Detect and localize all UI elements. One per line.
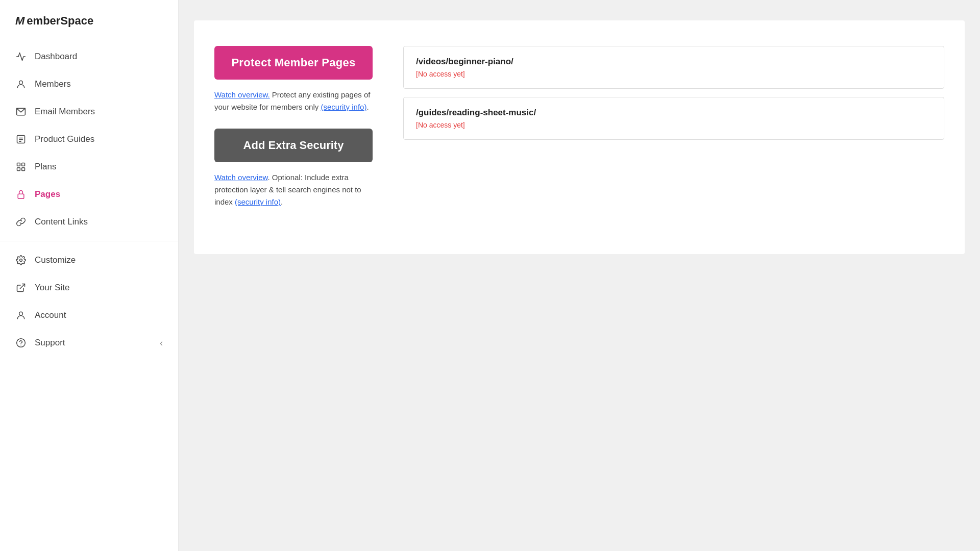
sidebar: MemberSpace Dashboard Members Email Memb… <box>0 0 179 551</box>
security-security-info-link[interactable]: (security info) <box>235 197 281 206</box>
sidebar-item-email-members[interactable]: Email Members <box>0 98 178 126</box>
chart-icon <box>15 51 27 62</box>
gear-icon <box>15 255 27 266</box>
sidebar-item-your-site[interactable]: Your Site <box>0 274 178 302</box>
sidebar-item-content-links[interactable]: Content Links <box>0 208 178 236</box>
sidebar-item-label: Support <box>35 338 65 348</box>
content-panel: Protect Member Pages Watch overview. Pro… <box>194 20 965 254</box>
svg-point-13 <box>19 312 23 315</box>
svg-rect-2 <box>17 136 25 143</box>
sidebar-item-label: Email Members <box>35 107 95 117</box>
sidebar-item-label: Members <box>35 79 71 89</box>
account-icon <box>15 310 27 321</box>
external-icon <box>15 282 27 293</box>
left-panel: Protect Member Pages Watch overview. Pro… <box>214 46 373 223</box>
logo-m: M <box>15 14 24 28</box>
protect-desc-end: . <box>366 103 369 111</box>
support-icon <box>15 337 27 348</box>
page-path-1: /guides/reading-sheet-music/ <box>416 108 932 118</box>
svg-point-11 <box>20 259 22 262</box>
svg-line-12 <box>20 284 24 289</box>
right-panel: /videos/beginner-piano/ [No access yet] … <box>403 46 944 148</box>
page-item-1: /guides/reading-sheet-music/ [No access … <box>403 97 944 140</box>
sidebar-item-members[interactable]: Members <box>0 70 178 98</box>
sidebar-item-plans[interactable]: Plans <box>0 153 178 181</box>
protect-member-pages-button[interactable]: Protect Member Pages <box>214 46 373 80</box>
nav-items: Dashboard Members Email Members Product … <box>0 38 178 541</box>
logo: MemberSpace <box>15 14 163 28</box>
logo-text: emberSpace <box>27 14 93 28</box>
protect-security-info-link[interactable]: (security info) <box>321 103 366 111</box>
protect-watch-overview-link[interactable]: Watch overview. <box>214 90 270 99</box>
page-item-0: /videos/beginner-piano/ [No access yet] <box>403 46 944 89</box>
guides-icon <box>15 134 27 145</box>
sidebar-item-pages[interactable]: Pages <box>0 181 178 208</box>
sidebar-item-label: Customize <box>35 255 76 265</box>
sidebar-item-label: Your Site <box>35 283 69 293</box>
sidebar-item-support[interactable]: Support ‹ <box>0 329 178 357</box>
svg-rect-9 <box>22 168 25 171</box>
plans-icon <box>15 161 27 172</box>
page-path-0: /videos/beginner-piano/ <box>416 57 932 67</box>
svg-point-0 <box>19 81 23 84</box>
svg-rect-7 <box>22 163 25 166</box>
svg-rect-10 <box>18 194 24 198</box>
link-icon <box>15 216 27 228</box>
sidebar-item-label: Pages <box>35 189 60 199</box>
nav-divider <box>0 241 178 241</box>
sidebar-item-product-guides[interactable]: Product Guides <box>0 126 178 153</box>
lock-icon <box>15 189 27 200</box>
security-desc-end: . <box>281 197 283 206</box>
sidebar-item-label: Product Guides <box>35 134 94 144</box>
sidebar-item-customize[interactable]: Customize <box>0 246 178 274</box>
protect-description: Watch overview. Protect any existing pag… <box>214 89 373 113</box>
svg-rect-8 <box>17 168 20 171</box>
logo-area: MemberSpace <box>0 0 178 38</box>
page-status-0: [No access yet] <box>416 70 932 78</box>
security-watch-overview-link[interactable]: Watch overview <box>214 173 267 182</box>
sidebar-item-label: Content Links <box>35 217 88 227</box>
sidebar-item-label: Plans <box>35 162 57 172</box>
members-icon <box>15 79 27 90</box>
main-content: Protect Member Pages Watch overview. Pro… <box>179 0 980 551</box>
page-status-1: [No access yet] <box>416 121 932 129</box>
svg-point-14 <box>17 339 26 347</box>
sidebar-item-account[interactable]: Account <box>0 302 178 329</box>
svg-rect-6 <box>17 163 20 166</box>
sidebar-item-dashboard[interactable]: Dashboard <box>0 43 178 70</box>
sidebar-item-label: Dashboard <box>35 52 77 62</box>
add-extra-security-button[interactable]: Add Extra Security <box>214 129 373 162</box>
sidebar-item-label: Account <box>35 310 66 320</box>
collapse-icon[interactable]: ‹ <box>160 338 163 348</box>
security-description: Watch overview. Optional: Include extra … <box>214 171 373 208</box>
email-icon <box>15 106 27 117</box>
